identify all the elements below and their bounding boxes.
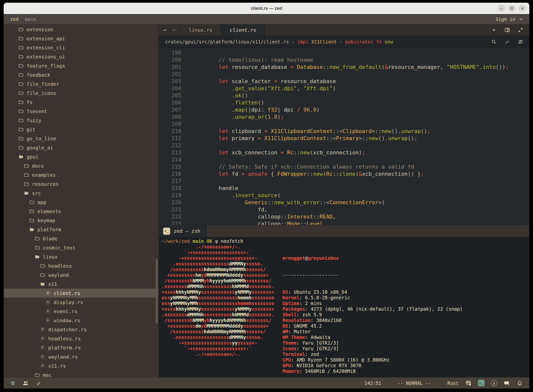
code-text: let primary = X11ClipboardContext::<Prim… [193,135,417,142]
tree-item-window.rs[interactable]: Rwindow.rs [4,316,158,325]
tab-linux.rs[interactable]: linux.rs [180,24,221,35]
code-line-199[interactable]: 199 [159,49,529,56]
minimize-button[interactable] [498,5,505,12]
tree-item-extensions_ui[interactable]: extensions_ui [4,52,158,61]
tree-item-resources[interactable]: resources [4,179,158,189]
feedback-icon[interactable] [504,380,510,386]
code-line-203[interactable]: 203 let scale_factor = resource_database [159,78,529,85]
tree-item-feedback[interactable]: feedback [4,70,158,79]
tree-item-git[interactable]: git [4,125,158,134]
tree-item-linux[interactable]: linux [4,252,158,261]
terminal-tab[interactable]: >_ zed — zsh [159,225,207,237]
tree-item-x11.rs[interactable]: Rx11.rs [4,361,158,370]
tree-item-extension_cli[interactable]: extension_cli [4,43,158,52]
collaboration-icon[interactable] [22,380,29,386]
code-line-218[interactable]: 218 handle [159,185,529,192]
code-line-207[interactable]: 207 .map(|dpi: f32| dpi / 96.0) [159,106,529,113]
code-line-217[interactable]: 217 [159,177,529,185]
tree-item-extension_api[interactable]: extension_api [4,34,158,43]
code-line-208[interactable]: 208 .unwrap_or(1.0); [159,113,529,120]
code-line-200[interactable]: 200 // todo(linux): read hostname [159,56,529,63]
tree-item-event.rs[interactable]: Revent.rs [4,307,158,316]
tree-item-docs[interactable]: docs [4,161,158,170]
tree-item-cosmic_text[interactable]: cosmic_text [4,243,158,252]
maximize-button[interactable] [508,5,516,12]
tree-item-headless.rs[interactable]: Rheadless.rs [4,334,158,343]
tree-item-wayland[interactable]: wayland [4,270,158,279]
tree-item-file_icons[interactable]: file_icons [4,88,158,98]
tree-item-fsevent[interactable]: fsevent [4,107,158,116]
tree-item-google_ai[interactable]: google_ai [4,143,158,152]
code-line-211[interactable]: 211 let primary = X11ClipboardContext::<… [159,135,529,142]
tree-item-client.rs[interactable]: Rclient.rs [4,289,158,298]
tree-item-mac[interactable]: mac [4,370,158,377]
zed-update-icon[interactable]: z [491,380,497,386]
app-menu[interactable]: zed [10,16,18,22]
tree-item-examples[interactable]: examples [4,170,158,179]
tree-item-app[interactable]: app [4,198,158,207]
tree-item-src[interactable]: src [4,189,158,198]
code-line-213[interactable]: 213 let xcb_connection = Rc::new(xcb_con… [159,149,529,156]
tab-client.rs[interactable]: client.rs [221,24,265,35]
code-line-215[interactable]: 215 // Safety: Safe if xcb::Connection a… [159,163,529,170]
tree-item-file_finder[interactable]: file_finder [4,79,158,88]
project-panel-icon[interactable] [10,380,16,386]
sliders-icon[interactable] [518,39,523,44]
new-tab-plus-icon[interactable]: + [491,27,497,33]
tree-item-extension[interactable]: extension [4,25,158,34]
code-line-206[interactable]: 206 .flatten() [159,99,529,106]
diagnostics-check-icon[interactable] [35,380,42,386]
code-editor[interactable]: 199200 // todo(linux): read hostname201 … [159,48,529,225]
menu-bar: zed main Sign in [4,14,529,24]
code-line-204[interactable]: 204 .get_value("Xft.dpi", "Xft.dpi") [159,85,529,92]
sidebar-scrollbar[interactable] [156,259,158,323]
tree-item-platform[interactable]: platform [4,225,158,234]
tree-item-display.rs[interactable]: Rdisplay.rs [4,298,158,307]
tree-item-x11[interactable]: x11 [4,279,158,289]
code-line-212[interactable]: 212 [159,142,529,149]
terminal-toggle-icon[interactable]: >_ [478,380,485,386]
split-pane-icon[interactable] [504,27,510,33]
breadcrumb[interactable]: crates/gpui/src/platform/linux/x11/clien… [165,39,393,44]
code-line-220[interactable]: 220 Generic::new_with_error::<Connection… [159,199,529,206]
neofetch-entry-de: DE: GNOME 45.2 [283,323,463,329]
code-line-222[interactable]: 222 calloop::Interest::READ, [159,213,529,220]
tree-item-fuzzy[interactable]: fuzzy [4,116,158,125]
nav-back-icon[interactable]: ← [164,27,167,33]
code-line-214[interactable]: 214 [159,156,529,163]
search-icon[interactable] [491,39,496,44]
code-line-223[interactable]: 223 calloop::Mode::Level, [159,220,529,225]
close-button[interactable] [518,5,526,12]
nav-forward-icon[interactable]: → [172,27,175,33]
tree-item-blade[interactable]: blade [4,234,158,243]
sign-in-button[interactable]: Sign in [496,16,523,22]
language-selector[interactable]: Rust [447,380,459,386]
line-number: 215 [159,163,181,170]
tree-item-keymap[interactable]: keymap [4,216,158,225]
code-line-219[interactable]: 219 .insert_source( [159,192,529,199]
terminal-output[interactable]: ~/work/zed main OK φ neofetch .-/+oossss… [159,237,529,377]
folder-open-icon [35,255,40,259]
magic-wand-icon[interactable] [505,39,510,44]
code-line-209[interactable]: 209 [159,120,529,128]
copilot-icon[interactable] [465,380,472,386]
tree-item-gpui[interactable]: gpui [4,152,158,161]
tree-item-feature_flags[interactable]: feature_flags [4,61,158,70]
branch-menu[interactable]: main [25,16,36,22]
tree-item-fs[interactable]: fs [4,98,158,107]
code-line-221[interactable]: 221 fd, [159,206,529,213]
notifications-bell-icon[interactable] [517,380,523,386]
code-line-201[interactable]: 201 let resource_database = Database::ne… [159,63,529,71]
expand-pane-icon[interactable] [518,27,523,33]
code-line-216[interactable]: 216 let fd = unsafe { FdWrapper::new(Rc:… [159,170,529,177]
tree-item-wayland.rs[interactable]: Rwayland.rs [4,352,158,361]
tree-item-elements[interactable]: elements [4,207,158,216]
tree-item-platform.rs[interactable]: Rplatform.rs [4,343,158,352]
code-line-210[interactable]: 210 let clipboard = X11ClipboardContext:… [159,128,529,135]
code-line-202[interactable]: 202 [159,71,529,78]
tree-item-dispatcher.rs[interactable]: Rdispatcher.rs [4,325,158,334]
code-line-205[interactable]: 205 .ok() [159,92,529,99]
cursor-position[interactable]: 142:51 [364,380,381,386]
tree-item-headless[interactable]: headless [4,261,158,270]
tree-item-go_to_line[interactable]: go_to_line [4,134,158,143]
